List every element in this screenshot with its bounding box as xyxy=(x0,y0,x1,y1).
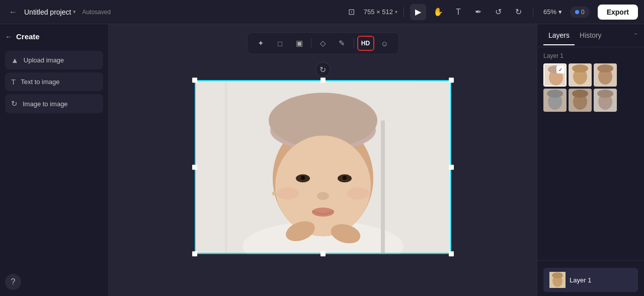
layer-entry-name: Layer 1 xyxy=(570,276,591,284)
image-to-image-icon: ↻ xyxy=(11,99,18,108)
canvas-area[interactable]: ✦ □ ▣ ◇ ✎ HD ☺ ↻ xyxy=(109,24,537,296)
svg-point-40 xyxy=(552,272,563,278)
thumbnail-2[interactable] xyxy=(569,63,592,87)
panel-divider xyxy=(537,260,644,261)
thumbnail-3[interactable] xyxy=(594,63,617,87)
eraser-button[interactable]: ◇ xyxy=(314,36,332,51)
svg-point-28 xyxy=(597,64,613,72)
svg-point-25 xyxy=(572,64,588,72)
thumbnail-5[interactable] xyxy=(569,89,592,112)
svg-point-8 xyxy=(301,176,305,180)
svg-point-34 xyxy=(572,90,588,98)
thumbnail-1[interactable]: ✓ xyxy=(543,63,567,87)
tab-history[interactable]: History xyxy=(575,26,607,45)
sidebar-title: Create xyxy=(16,32,40,41)
upload-icon: ▲ xyxy=(11,56,19,64)
svg-point-19 xyxy=(347,187,369,199)
redo-button[interactable]: ↻ xyxy=(511,4,527,20)
arrange-button[interactable]: □ xyxy=(272,36,289,51)
svg-point-31 xyxy=(547,90,563,98)
svg-point-11 xyxy=(317,192,329,200)
resize-button[interactable]: ⊡ xyxy=(344,4,360,20)
layer-entry[interactable]: Layer 1 xyxy=(543,268,638,292)
right-panel: Layers History ⌃ Layer 1 xyxy=(537,24,644,296)
dimensions-chevron-icon: ▾ xyxy=(395,9,397,15)
project-name-text: Untitled project xyxy=(24,8,71,16)
separator2 xyxy=(533,7,533,17)
canvas-dimensions[interactable]: 755 × 512 ▾ xyxy=(364,8,397,16)
layers-section: Layer 1 ✓ xyxy=(537,47,644,257)
canvas-toolbar: ✦ □ ▣ ◇ ✎ HD ☺ xyxy=(247,32,399,54)
draw-button[interactable]: ✎ xyxy=(334,36,351,51)
canvas-image-container[interactable]: ↻ xyxy=(195,80,451,254)
sidebar-header: ← Create xyxy=(5,30,103,43)
svg-point-37 xyxy=(597,90,613,98)
svg-point-15 xyxy=(272,191,276,195)
text-icon: T xyxy=(11,78,16,86)
main-area: ← Create ▲ Upload image T Text to image … xyxy=(0,24,644,296)
autosaved-label: Autosaved xyxy=(82,9,111,16)
back-button[interactable]: ← xyxy=(6,5,20,19)
zoom-value: 65% xyxy=(543,8,556,16)
layer-group-label: Layer 1 xyxy=(543,52,638,59)
help-button[interactable]: ? xyxy=(5,274,21,290)
svg-rect-16 xyxy=(381,120,385,254)
export-button[interactable]: Export xyxy=(598,5,638,20)
text-to-image-label: Text to image xyxy=(21,78,59,86)
layer-thumbnails: ✓ xyxy=(543,63,638,112)
refresh-button[interactable]: ↻ xyxy=(315,62,331,77)
topbar: ← Untitled project ▾ Autosaved ⊡ 755 × 5… xyxy=(0,0,644,24)
zoom-control[interactable]: 65% ▾ xyxy=(543,8,562,16)
left-sidebar: ← Create ▲ Upload image T Text to image … xyxy=(0,24,109,296)
thumb-selected-check-icon: ✓ xyxy=(556,65,565,73)
undo-button[interactable]: ↺ xyxy=(491,4,507,20)
collab-indicator: 0 xyxy=(570,7,590,18)
toolbar-separator2 xyxy=(354,38,354,48)
svg-point-12 xyxy=(312,207,334,216)
image-to-image-item[interactable]: ↻ Image to image xyxy=(5,94,103,113)
project-title[interactable]: Untitled project ▾ xyxy=(24,8,76,16)
upload-image-label: Upload image xyxy=(24,56,64,64)
svg-point-18 xyxy=(277,187,299,199)
text-tool-button[interactable]: T xyxy=(450,4,466,20)
upload-image-item[interactable]: ▲ Upload image xyxy=(5,51,103,69)
svg-point-6 xyxy=(275,135,371,236)
thumbnail-6[interactable] xyxy=(594,89,617,112)
panel-chevron-icon[interactable]: ⌃ xyxy=(633,32,638,39)
magic-select-button[interactable]: ✦ xyxy=(253,36,270,51)
sidebar-bottom: ? xyxy=(5,274,103,290)
dimensions-text: 755 × 512 xyxy=(364,8,393,16)
select-tool-button[interactable]: ▶ xyxy=(410,4,426,20)
create-back-icon[interactable]: ← xyxy=(5,33,12,41)
faces-button[interactable]: ☺ xyxy=(376,36,393,51)
hd-button[interactable]: HD xyxy=(357,36,374,51)
svg-rect-17 xyxy=(225,80,227,254)
project-chevron-icon: ▾ xyxy=(73,9,76,15)
text-to-image-item[interactable]: T Text to image xyxy=(5,72,103,91)
hand-tool-button[interactable]: ✋ xyxy=(430,4,446,20)
separator xyxy=(404,7,404,17)
tab-layers[interactable]: Layers xyxy=(543,26,575,45)
pen-tool-button[interactable]: ✒ xyxy=(470,4,487,20)
layers-button[interactable]: ▣ xyxy=(291,36,308,51)
layer-entry-thumb xyxy=(549,272,566,288)
collab-count: 0 xyxy=(581,9,585,16)
panel-tabs: Layers History ⌃ xyxy=(537,24,644,47)
image-to-image-label: Image to image xyxy=(23,100,68,108)
svg-point-10 xyxy=(343,176,347,180)
canvas-image xyxy=(195,80,451,254)
collab-dot-icon xyxy=(575,10,579,14)
zoom-chevron-icon: ▾ xyxy=(558,8,562,16)
thumbnail-4[interactable] xyxy=(543,89,567,112)
canvas-image-wrapper[interactable]: ↻ xyxy=(195,80,451,254)
toolbar-separator xyxy=(311,38,311,48)
